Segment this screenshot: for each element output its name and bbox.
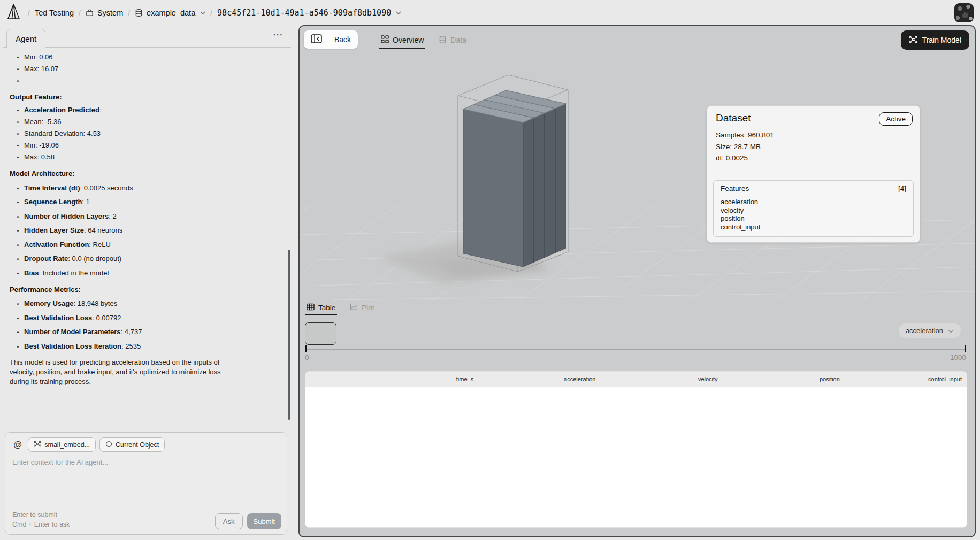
tab-table[interactable]: Table <box>307 303 335 312</box>
context-chip-current-object[interactable]: Current Object <box>99 437 165 452</box>
app-logo-icon[interactable] <box>6 3 21 22</box>
agent-bullet: Max: 16.07 <box>24 65 281 73</box>
train-model-button[interactable]: Train Model <box>901 30 969 50</box>
ellipsis-menu-icon[interactable]: ⋯ <box>273 29 284 40</box>
context-chips-row: @ small_embed... Current <box>5 433 287 454</box>
agent-bullet: Best Validation Loss Iteration: 2535 <box>24 342 281 350</box>
tab-plot-label: Plot <box>362 304 374 312</box>
workspace-tabs: Overview Data <box>381 30 466 50</box>
agent-composer: @ small_embed... Current <box>5 432 287 535</box>
hint-submit: Enter to submit <box>12 511 70 520</box>
toolbar-divider <box>328 35 328 44</box>
range-slider-track[interactable] <box>305 349 966 350</box>
agent-scrollbar-thumb[interactable] <box>288 250 290 420</box>
features-list: accelerationvelocitypositioncontrol_inpu… <box>721 195 906 231</box>
tab-data[interactable]: Data <box>439 35 466 45</box>
tab-plot[interactable]: Plot <box>350 303 374 312</box>
grid-icon <box>381 35 389 45</box>
database-icon <box>135 9 143 17</box>
viewport-toolbar: Back <box>304 30 358 49</box>
agent-bullet: Mean: -5.36 <box>24 118 281 126</box>
breadcrumb-object[interactable]: 98c45f21-10d1-49a1-a546-909af8db1090 <box>217 8 401 18</box>
table-column-header: time_s <box>356 376 478 382</box>
tab-overview[interactable]: Overview <box>381 35 424 45</box>
agent-paragraph: This model is used for predicting accele… <box>10 358 241 387</box>
breadcrumb-separator: / <box>79 9 81 17</box>
org-label: Ted Testing <box>35 9 74 17</box>
breadcrumb-separator: / <box>128 9 130 17</box>
frame-thumbnail[interactable] <box>305 322 336 345</box>
table-column-header: velocity <box>600 376 722 382</box>
feature-item[interactable]: acceleration <box>721 198 906 206</box>
tab-agent[interactable]: Agent <box>6 29 45 48</box>
ask-button[interactable]: Ask <box>215 513 243 529</box>
agent-bullet: Memory Usage: 18,948 bytes <box>24 299 281 307</box>
agent-section-heading: Output Feature: <box>10 93 281 101</box>
agent-bullet: Acceleration Predicted: <box>24 106 281 114</box>
chevron-down-icon <box>948 327 954 335</box>
package-icon <box>86 9 94 17</box>
circle-icon <box>105 441 112 449</box>
range-slider-end-handle[interactable] <box>965 345 967 352</box>
features-count: [4] <box>898 184 906 192</box>
agent-bullet: Max: 0.58 <box>24 153 281 161</box>
dataset-stats: Samples: 960,801Size: 28.7 MBdt: 0.0025 <box>716 129 774 164</box>
agent-bullet: Min: 0.06 <box>24 53 281 61</box>
space-label: System <box>97 9 123 17</box>
collapse-panel-icon[interactable] <box>311 34 322 45</box>
breadcrumb-space[interactable]: System <box>86 9 123 17</box>
table-body[interactable] <box>305 387 967 528</box>
chevron-down-icon <box>396 11 401 14</box>
agent-bullet: Best Validation Loss: 0.00792 <box>24 314 281 322</box>
range-slider-start-handle[interactable] <box>305 345 307 352</box>
composer-input[interactable]: Enter context for the AI agent... <box>5 454 287 470</box>
nodes-icon <box>34 440 41 449</box>
user-avatar[interactable] <box>954 3 974 22</box>
agent-bullet: Min: -19.06 <box>24 141 281 149</box>
dataset-stat: Samples: 960,801 <box>716 129 774 141</box>
nodes-icon <box>909 35 917 45</box>
feature-select-dropdown[interactable]: acceleration <box>899 323 961 338</box>
agent-bullet: Time Interval (dt): 0.0025 seconds <box>24 184 281 192</box>
breadcrumb-separator: / <box>28 9 30 17</box>
agent-bullet: Number of Hidden Layers: 2 <box>24 212 281 220</box>
dataset-card-title: Dataset <box>716 112 751 124</box>
agent-bullet: Dropout Rate: 0.0 (no dropout) <box>24 254 281 263</box>
object-id-label: 98c45f21-10d1-49a1-a546-909af8db1090 <box>217 8 391 18</box>
agent-bullet-list: Time Interval (dt): 0.0025 secondsSequen… <box>10 184 281 277</box>
agent-bullet-list: Min: 0.06Max: 16.07 <box>10 53 281 84</box>
features-title: Features <box>721 184 749 192</box>
agent-bullet: Activation Function: ReLU <box>24 241 281 249</box>
breadcrumb-separator: / <box>210 9 212 17</box>
breadcrumb-org[interactable]: Ted Testing <box>35 9 74 17</box>
composer-footer: Enter to submit Cmd + Enter to ask Ask S… <box>12 511 281 529</box>
feature-item[interactable]: velocity <box>721 206 906 215</box>
at-mention-icon[interactable]: @ <box>13 440 22 450</box>
table-column-header: control_input <box>845 376 967 382</box>
back-button[interactable]: Back <box>334 35 351 44</box>
agent-bullet: Sequence Length: 1 <box>24 198 281 206</box>
feature-item[interactable]: control_input <box>721 223 906 232</box>
chip-label: small_embed... <box>44 441 90 449</box>
agent-bullet: Number of Model Parameters: 4,737 <box>24 328 281 336</box>
agent-bullet <box>24 76 281 84</box>
tab-overview-label: Overview <box>393 36 424 44</box>
active-badge[interactable]: Active <box>879 112 913 126</box>
data-table: time_saccelerationvelocitypositioncontro… <box>305 371 967 528</box>
tab-table-label: Table <box>318 304 335 312</box>
submit-button[interactable]: Submit <box>247 513 281 529</box>
agent-section-heading: Performance Metrics: <box>10 286 281 294</box>
feature-select-value: acceleration <box>906 327 943 335</box>
train-model-label: Train Model <box>922 36 961 44</box>
breadcrumb-dataset[interactable]: example_data <box>135 9 205 17</box>
viewer-tabs: Table Plot <box>307 301 374 314</box>
table-column-header: acceleration <box>478 376 600 382</box>
feature-item[interactable]: position <box>721 214 906 223</box>
dataset-stat: Size: 28.7 MB <box>716 141 774 153</box>
agent-panel: Agent ⋯ Min: 0.06Max: 16.07Output Featur… <box>3 25 291 538</box>
line-chart-icon <box>350 303 358 312</box>
workspace-panel: Back Overview <box>298 25 976 537</box>
agent-panel-header: Agent ⋯ <box>3 25 291 48</box>
slider-end-label: 1000 <box>950 353 966 361</box>
context-chip-model[interactable]: small_embed... <box>28 437 96 452</box>
